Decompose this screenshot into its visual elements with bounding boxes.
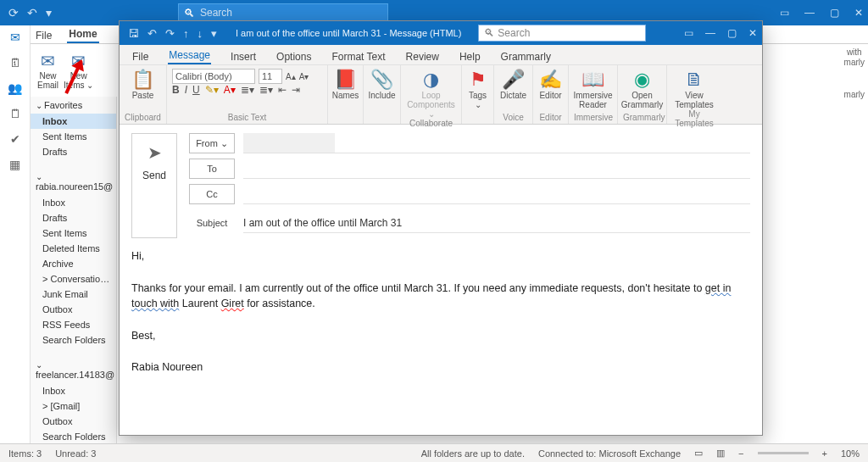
- paste-button[interactable]: 📋Paste: [125, 69, 161, 100]
- zoom-out-icon[interactable]: −: [738, 448, 743, 459]
- folder-sidebar: Favorites Inbox Sent Items Drafts rabia.…: [31, 97, 117, 443]
- sidebar-item[interactable]: Outbox: [31, 414, 116, 429]
- tab-home[interactable]: Home: [67, 26, 98, 43]
- compose-titlebar: 🖫 ↶ ↷ ↑ ↓ ▾ I am out of the office until…: [120, 21, 762, 45]
- mail-rail-icon[interactable]: ✉: [10, 31, 20, 44]
- tab-review[interactable]: Review: [405, 49, 440, 64]
- send-button[interactable]: ➤ Send: [131, 133, 177, 238]
- refresh-icon[interactable]: ⟳: [8, 6, 19, 19]
- sidebar-item[interactable]: Sent Items: [31, 225, 116, 241]
- dictate-button[interactable]: 🎤Dictate: [499, 69, 527, 100]
- include-button[interactable]: 📎Include: [369, 69, 395, 100]
- body-signature: Rabia Noureen: [131, 359, 750, 376]
- tab-file[interactable]: File: [131, 49, 149, 64]
- sidebar-item[interactable]: RSS Feeds: [31, 317, 116, 332]
- ribbon-mode-icon[interactable]: ▭: [780, 7, 789, 19]
- new-email-button[interactable]: ✉ New Email: [37, 51, 58, 90]
- names-button[interactable]: 📕Names: [333, 69, 358, 100]
- maximize-icon[interactable]: ▢: [830, 7, 839, 19]
- to-field[interactable]: [243, 159, 750, 179]
- cc-field[interactable]: [243, 184, 750, 204]
- editor-button[interactable]: ✍Editor: [538, 69, 563, 100]
- tasks-rail-icon[interactable]: ✔: [10, 132, 20, 146]
- tab-message[interactable]: Message: [168, 47, 211, 64]
- people-rail-icon[interactable]: 👥: [8, 81, 22, 95]
- save-icon[interactable]: 🖫: [128, 27, 139, 40]
- minimize-icon[interactable]: —: [705, 27, 715, 39]
- immersive-reader-button[interactable]: 📖Immersive Reader: [574, 69, 612, 109]
- undo-icon[interactable]: ↶: [147, 27, 157, 40]
- font-shrink-icon[interactable]: A▾: [299, 72, 309, 81]
- from-field[interactable]: [243, 133, 750, 153]
- subject-field[interactable]: I am out of the office until March 31: [243, 213, 750, 233]
- favorites-header[interactable]: Favorites: [31, 97, 116, 114]
- account1-header[interactable]: rabia.noureen15@: [31, 168, 116, 195]
- loop-components-button[interactable]: ◑Loop Components ⌄: [406, 69, 456, 119]
- numbering-button[interactable]: ≣▾: [259, 84, 273, 96]
- message-body[interactable]: Hi, Thanks for your email. I am currentl…: [120, 242, 762, 382]
- maximize-icon[interactable]: ▢: [727, 27, 737, 39]
- italic-button[interactable]: I: [185, 84, 187, 96]
- sidebar-item-inbox[interactable]: Inbox: [31, 114, 116, 129]
- notes-rail-icon[interactable]: 🗒: [9, 107, 21, 120]
- sidebar-item[interactable]: Outbox: [31, 302, 116, 317]
- sidebar-item[interactable]: Drafts: [31, 210, 116, 225]
- ribbon-mode-icon[interactable]: ▭: [684, 27, 693, 39]
- calendar-rail-icon[interactable]: 🗓: [9, 56, 21, 70]
- sidebar-item[interactable]: > [Gmail]: [31, 398, 116, 414]
- zoom-in-icon[interactable]: +: [822, 448, 827, 459]
- open-grammarly-button[interactable]: ◉Open Grammarly: [623, 69, 661, 109]
- qat-customize-icon[interactable]: ▾: [46, 6, 52, 19]
- sidebar-item[interactable]: Inbox: [31, 195, 116, 210]
- tab-format-text[interactable]: Format Text: [331, 49, 386, 64]
- search-icon: 🔍︎: [484, 27, 494, 39]
- close-icon[interactable]: ✕: [748, 27, 757, 39]
- bold-button[interactable]: B: [172, 84, 180, 96]
- tab-options[interactable]: Options: [275, 49, 312, 64]
- font-name-combo[interactable]: Calibri (Body): [172, 69, 255, 84]
- view-reading-icon[interactable]: ▥: [716, 448, 725, 459]
- indent-increase-button[interactable]: ⇥: [292, 84, 300, 96]
- from-button[interactable]: From ⌄: [189, 133, 235, 153]
- compose-search-box[interactable]: 🔍︎ Search: [478, 25, 646, 42]
- sidebar-item[interactable]: > Conversation History: [31, 271, 116, 287]
- sidebar-item-drafts[interactable]: Drafts: [31, 144, 116, 159]
- bullets-button[interactable]: ≣▾: [241, 84, 254, 96]
- minimize-icon[interactable]: —: [804, 7, 815, 19]
- tab-insert[interactable]: Insert: [230, 49, 257, 64]
- underline-button[interactable]: U: [192, 84, 200, 96]
- tab-file[interactable]: File: [34, 28, 53, 43]
- tags-button[interactable]: ⚑Tags ⌄: [467, 69, 488, 109]
- qat-customize-icon[interactable]: ▾: [211, 27, 217, 40]
- tab-help[interactable]: Help: [459, 49, 481, 64]
- cc-button[interactable]: Cc: [189, 184, 235, 204]
- main-search-box[interactable]: 🔍︎ Search: [178, 3, 388, 22]
- account2-header[interactable]: freelancer.14183@: [31, 356, 116, 383]
- tab-grammarly[interactable]: Grammarly: [500, 49, 552, 64]
- sidebar-item[interactable]: Inbox: [31, 383, 116, 398]
- sidebar-item[interactable]: Deleted Items: [31, 241, 116, 256]
- font-size-combo[interactable]: 11: [259, 69, 282, 84]
- sidebar-item[interactable]: Search Folders: [31, 429, 116, 443]
- font-grow-icon[interactable]: A▴: [286, 72, 296, 81]
- highlight-button[interactable]: ✎▾: [205, 84, 219, 96]
- nav-up-icon[interactable]: ↑: [183, 27, 189, 40]
- status-items: Items: 3: [8, 448, 42, 459]
- loop-icon: ◑: [423, 69, 439, 91]
- to-button[interactable]: To: [189, 159, 235, 179]
- nav-down-icon[interactable]: ↓: [198, 27, 203, 40]
- sidebar-item[interactable]: Junk Email: [31, 287, 116, 302]
- view-templates-button[interactable]: 🗎View Templates: [672, 69, 716, 109]
- sidebar-item-sent[interactable]: Sent Items: [31, 129, 116, 144]
- more-rail-icon[interactable]: ▦: [9, 158, 20, 171]
- sidebar-item[interactable]: Archive: [31, 256, 116, 271]
- undo-icon[interactable]: ↶: [27, 6, 37, 19]
- zoom-slider[interactable]: [758, 452, 809, 454]
- font-color-button[interactable]: A▾: [224, 84, 236, 96]
- redo-icon[interactable]: ↷: [165, 27, 175, 40]
- indent-decrease-button[interactable]: ⇤: [278, 84, 287, 96]
- envelope-header: ➤ Send From ⌄ To Cc Subject I am out of …: [120, 125, 762, 242]
- view-normal-icon[interactable]: ▭: [694, 448, 703, 459]
- close-icon[interactable]: ✕: [854, 7, 863, 19]
- sidebar-item[interactable]: Search Folders: [31, 332, 116, 348]
